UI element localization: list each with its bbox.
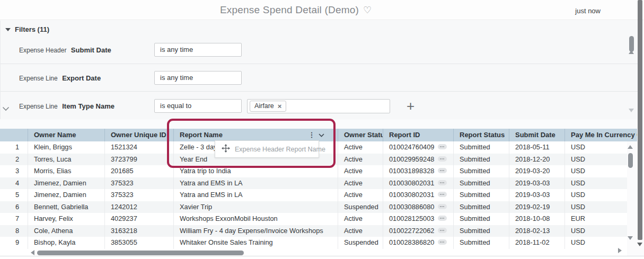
cell-owner_name: Jimenez, Damien	[28, 189, 104, 201]
filters-label: Filters (11)	[15, 25, 49, 33]
cell-report_name: Yatra and EMS in LA	[173, 177, 338, 190]
cell-report_id: 010031898328	[383, 165, 453, 177]
cell-report_name: Yatra trip to India	[173, 165, 338, 177]
related-actions-icon[interactable]	[438, 180, 447, 185]
cell-owner_status: Active	[338, 213, 383, 225]
remove-value-icon[interactable]: ×	[278, 102, 282, 110]
related-actions-icon[interactable]	[438, 228, 447, 233]
cell-currency: USD	[564, 154, 627, 166]
page-vscrollbar-thumb[interactable]	[638, 0, 642, 240]
cell-currency: USD	[564, 225, 627, 237]
cell-submit_date: 2019-02-19	[509, 201, 564, 213]
filter-label: Expense Line Item Type Name	[19, 101, 114, 111]
cell-owner_unique_id: 1242012	[104, 201, 173, 213]
filter-row-submit-date: Expense Header Submit Date is any time	[1, 36, 638, 64]
column-header-owner_name[interactable]: Owner Name	[28, 129, 104, 141]
cell-submit_date: 2019-03-03	[509, 189, 564, 201]
cell-owner_name: Morris, Elias	[28, 165, 104, 177]
cell-submit_date: 2018-12-20	[509, 154, 564, 166]
related-actions-icon[interactable]	[438, 168, 447, 173]
table-scroll-up-icon[interactable]	[628, 145, 633, 149]
column-header-owner_unique_id[interactable]: Owner Unique ID	[104, 129, 173, 141]
cell-owner_name: Klein, Briggs	[28, 141, 104, 154]
cell-currency: EUR	[564, 213, 627, 225]
cell-report_id: 010028125003	[383, 213, 453, 225]
filters-scrollbar-thumb[interactable]	[629, 36, 634, 52]
page-title: Expense Spend Detail (Demo)♡	[220, 4, 372, 16]
add-filter-button[interactable]: +	[407, 98, 414, 114]
filter-operator-select[interactable]: is equal to	[154, 99, 242, 113]
cell-owner_status: Active	[338, 154, 383, 166]
cell-report_id: 010028386820	[383, 237, 453, 249]
filters-toggle[interactable]: Filters (11)	[5, 25, 49, 33]
cell-currency: USD	[564, 177, 627, 190]
column-menu-kebab-icon[interactable]: ⋮	[307, 129, 316, 141]
cell-owner_status: Suspended	[338, 237, 383, 249]
table-row: 5Jimenez, Damien375323Yatra and EMS in L…	[0, 189, 627, 201]
column-header-report_status[interactable]: Report Status	[453, 129, 509, 141]
related-actions-icon[interactable]	[438, 239, 447, 245]
filter-operator-select[interactable]: is any time	[154, 43, 242, 57]
cell-currency: USD	[564, 165, 627, 177]
cell-report_id: 010022722062	[383, 225, 453, 237]
cell-owner_name: Bennett, Gabriella	[28, 201, 104, 213]
cell-owner_name: Bishop, Kayla	[28, 237, 104, 249]
table-row: 8Cole, Athena3163218William Fry - 4 day …	[0, 225, 627, 237]
move-icon	[222, 144, 230, 155]
cell-owner_status: Active	[338, 177, 383, 190]
cell-report_id: 010030802031	[383, 189, 453, 201]
filter-field: Item Type Name	[62, 102, 114, 110]
cell-submit_date: 2018-10-08	[509, 213, 564, 225]
table-scroll-right-icon[interactable]	[618, 248, 622, 253]
cell-report_status: Submitted	[453, 154, 509, 166]
column-header-owner_status[interactable]: Owner Status	[338, 129, 383, 141]
filter-values-input[interactable]: Airfare ×	[247, 99, 390, 113]
filter-label: Expense Header Submit Date	[19, 45, 111, 55]
table-scroll-left-icon[interactable]	[31, 250, 34, 255]
cell-report_status: Submitted	[453, 201, 509, 213]
favorite-heart-icon[interactable]: ♡	[363, 5, 372, 15]
page-scroll-down-icon[interactable]	[637, 243, 642, 246]
cell-submit_date: 2018-05-11	[509, 141, 564, 154]
filter-operator-select[interactable]: is any time	[154, 71, 242, 85]
cell-report_name: Yatra and EMS in LA	[173, 189, 338, 201]
table-body: 1Klein, Briggs1521324Zelle - 3 dayActive…	[0, 141, 627, 256]
cell-owner_unique_id: 3163218	[104, 225, 173, 237]
scroll-down-icon[interactable]	[629, 109, 634, 112]
filter-row-item-type-name: Expense Line Item Type Name is equal to …	[1, 91, 638, 120]
column-chevron-down-icon[interactable]	[317, 129, 325, 141]
filter-field: Submit Date	[71, 46, 111, 54]
cell-num: 2	[0, 154, 28, 166]
cell-owner_status: Suspended	[338, 201, 383, 213]
cell-num: 6	[0, 201, 28, 213]
cell-owner_status: Active	[338, 225, 383, 237]
cell-owner_unique_id: 375323	[104, 189, 173, 201]
table-scroll-down-icon[interactable]	[628, 236, 633, 240]
column-header-currency[interactable]: Pay Me In Currency C	[564, 129, 637, 141]
related-actions-icon[interactable]	[438, 204, 447, 209]
cell-report_id: 010030886080	[383, 201, 453, 213]
cell-num: 1	[0, 141, 28, 154]
column-header-report_id[interactable]: Report ID	[383, 129, 453, 141]
last-refreshed: just now	[575, 7, 601, 15]
related-actions-icon[interactable]	[438, 192, 447, 197]
filter-value-text: Airfare	[254, 102, 274, 110]
cell-owner_unique_id: 1521324	[104, 141, 173, 154]
cell-num: 8	[0, 225, 28, 237]
table-row: 4Jimenez, Damien375323Yatra and EMS in L…	[0, 177, 627, 190]
cell-report_status: Submitted	[453, 141, 509, 154]
table-hscrollbar-thumb[interactable]	[37, 251, 244, 255]
related-actions-icon[interactable]	[438, 216, 447, 221]
filter-value-chip[interactable]: Airfare ×	[250, 101, 286, 112]
filter-context: Expense Line	[19, 103, 58, 110]
cell-submit_date: 2018-11-02	[509, 237, 564, 249]
cell-report_id: 010030802031	[383, 177, 453, 190]
table-vscrollbar-thumb[interactable]	[628, 153, 633, 168]
cell-report_id: 010029959248	[383, 154, 453, 166]
related-actions-icon[interactable]	[438, 144, 447, 149]
cell-num: 7	[0, 213, 28, 225]
collapse-chevron-icon[interactable]	[2, 104, 10, 113]
related-actions-icon[interactable]	[438, 156, 447, 162]
filter-label: Expense Line Export Date	[19, 73, 101, 83]
column-header-submit_date[interactable]: Submit Date	[509, 129, 564, 141]
